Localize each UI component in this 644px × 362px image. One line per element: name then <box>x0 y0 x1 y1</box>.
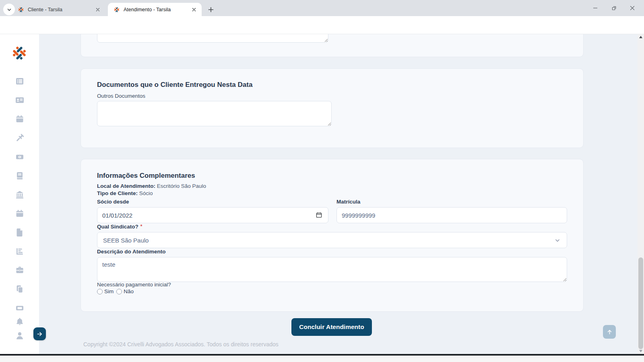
tab-close-icon[interactable] <box>190 6 198 13</box>
documents-section-card: Documentos que o Cliente Entregou Nesta … <box>80 68 584 148</box>
descricao-textarea[interactable] <box>97 257 567 282</box>
document-icon[interactable] <box>14 228 25 237</box>
sindicato-selected-value: SEEB São Paulo <box>103 237 149 244</box>
tipo-cliente-line: Tipo de Cliente: Sócio <box>97 190 153 196</box>
pagamento-radio-group: Sim Não <box>97 288 134 294</box>
calendar-icon[interactable] <box>14 114 25 124</box>
scrollbar-up-arrow[interactable] <box>639 36 642 38</box>
chevron-down-icon <box>555 238 560 245</box>
site-favicon <box>114 6 120 13</box>
matricula-input[interactable] <box>336 207 567 223</box>
browser-toolbar: tarsila.crivelli.com.br/AtendimentoNovo/… <box>0 16 644 34</box>
minimize-icon <box>593 6 598 10</box>
info-section-title: Informações Complementares <box>97 172 195 180</box>
sindicato-select[interactable]: SEEB São Paulo <box>97 232 567 248</box>
briefcase-icon[interactable] <box>14 265 25 275</box>
tab-title: Atendimento - Tarsila <box>124 7 190 12</box>
bar-chart-icon[interactable] <box>14 247 25 256</box>
app-sidebar <box>0 34 39 354</box>
radio-sim[interactable] <box>97 289 103 294</box>
radio-sim-label: Sim <box>104 288 114 294</box>
calendar2-icon[interactable] <box>14 209 25 218</box>
gavel-icon[interactable] <box>14 133 25 143</box>
outros-documentos-textarea[interactable] <box>97 101 332 126</box>
restore-icon <box>611 6 617 11</box>
required-asterisk: * <box>140 224 142 229</box>
local-atendimento-value: Escritório São Paulo <box>157 183 206 189</box>
documents-section-title: Documentos que o Cliente Entregou Nesta … <box>97 81 252 89</box>
copy-icon[interactable] <box>14 284 25 294</box>
tab-strip: Cliente - Tarsila Atendimento - Tarsila <box>0 0 644 16</box>
matricula-field <box>336 207 567 223</box>
scrollbar-down-arrow[interactable] <box>639 350 642 352</box>
bell-icon[interactable] <box>14 317 25 327</box>
window-minimize-button[interactable] <box>586 0 605 16</box>
tab-title: Cliente - Tarsila <box>28 7 94 12</box>
banknote-icon[interactable] <box>14 152 25 162</box>
arrow-right-icon <box>37 331 43 337</box>
book-icon[interactable] <box>14 171 25 181</box>
ticket-icon[interactable] <box>14 303 25 313</box>
tipo-cliente-label: Tipo de Cliente: <box>97 190 138 196</box>
new-tab-button[interactable] <box>205 4 217 15</box>
page-scrollbar[interactable] <box>638 34 644 354</box>
site-favicon <box>18 6 24 13</box>
id-card-icon[interactable] <box>14 95 25 105</box>
sidebar-expand-button[interactable] <box>33 327 46 340</box>
qual-sindicato-label-text: Qual Sindicato? <box>97 224 138 230</box>
tipo-cliente-value: Sócio <box>139 190 153 196</box>
scroll-to-top-button[interactable] <box>603 325 616 339</box>
radio-nao-label: Não <box>124 288 134 294</box>
close-icon <box>630 6 635 10</box>
window-close-button[interactable] <box>623 0 642 16</box>
outros-documentos-label: Outros Documentos <box>97 93 145 99</box>
person-icon[interactable] <box>14 331 25 340</box>
descricao-label: Descrição do Atendimento <box>97 249 166 255</box>
window-controls <box>586 0 642 16</box>
chevron-down-icon <box>7 7 12 12</box>
previous-textarea[interactable] <box>97 34 328 43</box>
plus-icon <box>208 7 214 12</box>
browser-window: Cliente - Tarsila Atendimento - Tarsila <box>0 0 644 362</box>
concluir-atendimento-button[interactable]: Concluir Atendimento <box>291 318 372 336</box>
tab-atendimento[interactable]: Atendimento - Tarsila <box>108 3 202 16</box>
copyright-footer: Copyright ©2024 Crivelli Advogados Assoc… <box>83 341 279 348</box>
arrow-up-icon <box>607 329 613 335</box>
table-list-icon[interactable] <box>14 76 25 86</box>
local-atendimento-line: Local de Atendimento: Escritório São Pau… <box>97 183 206 189</box>
calendar-picker-icon[interactable] <box>316 212 322 220</box>
crivelli-logo[interactable] <box>11 45 28 63</box>
tab-close-icon[interactable] <box>94 6 101 13</box>
pagamento-inicial-label: Necessário pagamento inicial? <box>97 282 171 288</box>
scrollbar-thumb[interactable] <box>638 257 643 349</box>
local-atendimento-label: Local de Atendimento: <box>97 183 155 189</box>
bank-icon[interactable] <box>14 190 25 200</box>
socio-desde-label: Sócio desde <box>97 199 129 205</box>
page-content: Documentos que o Cliente Entregou Nesta … <box>0 34 644 362</box>
previous-section-card <box>80 34 584 57</box>
socio-desde-field <box>97 207 328 223</box>
matricula-label: Matrícula <box>336 199 360 205</box>
radio-nao[interactable] <box>116 289 122 294</box>
window-restore-button[interactable] <box>605 0 623 16</box>
tab-cliente[interactable]: Cliente - Tarsila <box>12 3 105 16</box>
below-window-strip <box>0 356 644 362</box>
socio-desde-input[interactable] <box>97 207 328 223</box>
sidebar-icon-menu <box>0 76 39 340</box>
qual-sindicato-label: Qual Sindicato?* <box>97 224 142 230</box>
info-section-card: Informações Complementares Local de Aten… <box>80 159 584 312</box>
